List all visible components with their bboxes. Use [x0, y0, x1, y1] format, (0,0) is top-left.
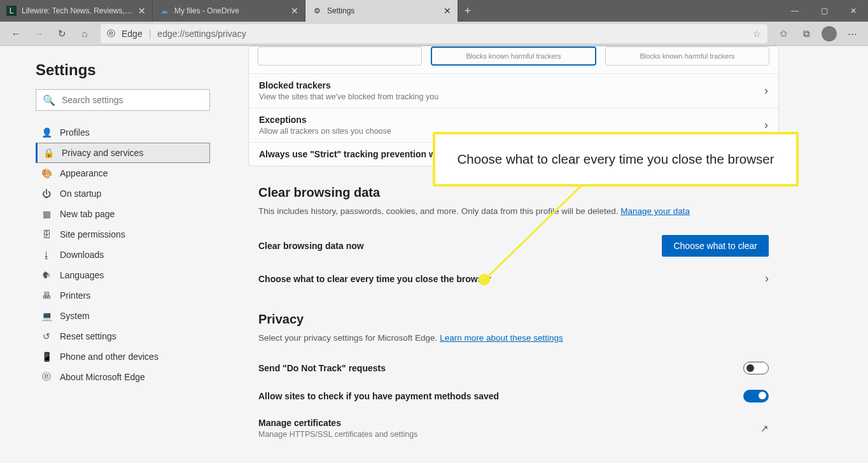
close-button[interactable]: ✕: [839, 0, 868, 22]
learn-more-link[interactable]: Learn more about these settings: [440, 333, 563, 343]
choose-clear-button[interactable]: Choose what to clear: [662, 235, 769, 257]
menu-button[interactable]: ⋯: [841, 23, 863, 45]
sidebar-item-privacy[interactable]: 🔒Privacy and services: [36, 143, 210, 163]
star-outline-icon[interactable]: ☆: [753, 29, 761, 39]
sidebar-item-permissions[interactable]: 🗄Site permissions: [36, 224, 210, 245]
profile-button[interactable]: [818, 23, 840, 45]
minimize-button[interactable]: —: [780, 0, 809, 22]
reset-icon: ↺: [41, 331, 52, 341]
download-icon: ⭳: [41, 250, 52, 260]
sidebar-item-label: Privacy and services: [62, 148, 143, 158]
favicon-lifewire: L: [6, 6, 17, 16]
section-heading: Privacy: [258, 312, 769, 327]
section-description: Select your privacy settings for Microso…: [258, 333, 769, 343]
search-icon: 🔍: [43, 94, 55, 106]
favicon-onedrive: ☁: [159, 6, 169, 16]
annotation-callout: Choose what to clear every time you clos…: [433, 132, 799, 187]
collections-button[interactable]: ⧉: [795, 23, 817, 45]
tab-label: Lifewire: Tech News, Reviews, He: [22, 6, 133, 15]
search-input[interactable]: [62, 95, 203, 105]
tracking-basic[interactable]: [258, 46, 422, 66]
printer-icon: 🖶: [41, 290, 52, 301]
row-title: Clear browsing data now: [258, 241, 662, 251]
avatar: [822, 26, 837, 41]
sidebar-item-languages[interactable]: 🗣Languages: [36, 265, 210, 285]
system-icon: 💻: [41, 311, 52, 321]
sidebar-item-label: Site permissions: [60, 229, 125, 239]
titlebar: L Lifewire: Tech News, Reviews, He ✕ ☁ M…: [0, 0, 868, 22]
permissions-icon: 🗄: [41, 229, 52, 239]
tracking-box-label: Blocks known harmful trackers: [466, 52, 561, 60]
external-link-icon: ↗: [760, 423, 769, 434]
annotation-line: [480, 185, 589, 283]
svg-line-0: [486, 185, 582, 279]
sidebar-item-downloads[interactable]: ⭳Downloads: [36, 245, 210, 265]
tab-onedrive[interactable]: ☁ My files - OneDrive ✕: [153, 0, 305, 22]
sidebar-item-label: Languages: [60, 270, 104, 280]
refresh-button[interactable]: ↻: [51, 23, 73, 45]
payment-toggle[interactable]: [743, 390, 769, 402]
power-icon: ⏻: [41, 189, 52, 199]
sidebar-item-label: New tab page: [60, 209, 115, 219]
settings-heading: Settings: [36, 61, 210, 79]
row-title: Send "Do Not Track" requests: [258, 363, 743, 373]
row-title: Manage certificates: [258, 418, 760, 428]
sidebar-item-label: Printers: [60, 290, 90, 301]
payment-row: Allow sites to check if you have payment…: [258, 382, 769, 410]
tab-label: My files - OneDrive: [174, 6, 286, 15]
row-title: Blocked trackers: [259, 80, 764, 90]
forward-button[interactable]: →: [28, 23, 50, 45]
sidebar-item-label: Reset settings: [60, 331, 116, 341]
sidebar-item-reset[interactable]: ↺Reset settings: [36, 326, 210, 346]
tab-label: Settings: [327, 6, 438, 15]
row-subtitle: Manage HTTPS/SSL certificates and settin…: [258, 430, 760, 439]
maximize-button[interactable]: ▢: [809, 0, 839, 22]
sidebar-item-newtab[interactable]: ▦New tab page: [36, 204, 210, 224]
settings-page: Settings 🔍 👤Profiles 🔒Privacy and servic…: [0, 46, 868, 463]
sidebar-item-about[interactable]: ⓔAbout Microsoft Edge: [36, 367, 210, 387]
row-title: Allow sites to check if you have payment…: [258, 391, 743, 401]
certificates-row[interactable]: Manage certificatesManage HTTPS/SSL cert…: [258, 410, 769, 446]
chevron-right-icon: ›: [765, 272, 769, 285]
sidebar-item-label: Profiles: [60, 127, 90, 138]
close-icon[interactable]: ✕: [444, 6, 451, 16]
back-button[interactable]: ←: [5, 23, 27, 45]
blocked-trackers-row[interactable]: Blocked trackersView the sites that we'v…: [249, 73, 778, 108]
chevron-right-icon: ›: [764, 118, 768, 132]
address-label: Edge: [122, 29, 143, 39]
sidebar-item-devices[interactable]: 📱Phone and other devices: [36, 346, 210, 367]
settings-sidebar: Settings 🔍 👤Profiles 🔒Privacy and servic…: [0, 46, 229, 463]
sidebar-item-appearance[interactable]: 🎨Appearance: [36, 163, 210, 183]
favorites-button[interactable]: ✩: [773, 23, 794, 45]
sidebar-item-label: Appearance: [60, 168, 108, 178]
address-bar[interactable]: ⓔ Edge | ☆: [101, 24, 767, 43]
search-settings[interactable]: 🔍: [36, 89, 210, 111]
sidebar-item-profiles[interactable]: 👤Profiles: [36, 122, 210, 143]
edge-icon: ⓔ: [107, 28, 115, 39]
row-subtitle: View the sites that we've blocked from t…: [259, 92, 764, 101]
dnt-toggle[interactable]: [743, 362, 769, 374]
tab-lifewire[interactable]: L Lifewire: Tech News, Reviews, He ✕: [0, 0, 153, 22]
edge-icon: ⓔ: [41, 371, 52, 383]
manage-data-link[interactable]: Manage your data: [620, 206, 690, 216]
sidebar-item-label: Downloads: [60, 250, 104, 260]
separator: |: [149, 29, 151, 39]
window-controls: — ▢ ✕: [780, 0, 868, 22]
appearance-icon: 🎨: [41, 168, 52, 178]
sidebar-item-system[interactable]: 💻System: [36, 306, 210, 326]
annotation-dot: [479, 274, 490, 285]
tracking-balanced[interactable]: Blocks known harmful trackers: [431, 46, 596, 66]
home-button[interactable]: ⌂: [74, 23, 95, 45]
close-icon[interactable]: ✕: [291, 6, 298, 16]
tab-settings[interactable]: ⚙ Settings ✕: [305, 0, 458, 22]
close-icon[interactable]: ✕: [138, 6, 146, 16]
privacy-section: Privacy Select your privacy settings for…: [248, 312, 779, 446]
sidebar-item-printers[interactable]: 🖶Printers: [36, 285, 210, 306]
url-input[interactable]: [157, 29, 746, 39]
sidebar-item-label: On startup: [60, 189, 101, 199]
new-tab-button[interactable]: +: [458, 0, 477, 22]
browser-toolbar: ← → ↻ ⌂ ⓔ Edge | ☆ ✩ ⧉ ⋯: [0, 22, 868, 46]
tracking-strict[interactable]: Blocks known harmful trackers: [605, 46, 769, 66]
sidebar-item-startup[interactable]: ⏻On startup: [36, 183, 210, 204]
sidebar-item-label: About Microsoft Edge: [60, 372, 145, 382]
